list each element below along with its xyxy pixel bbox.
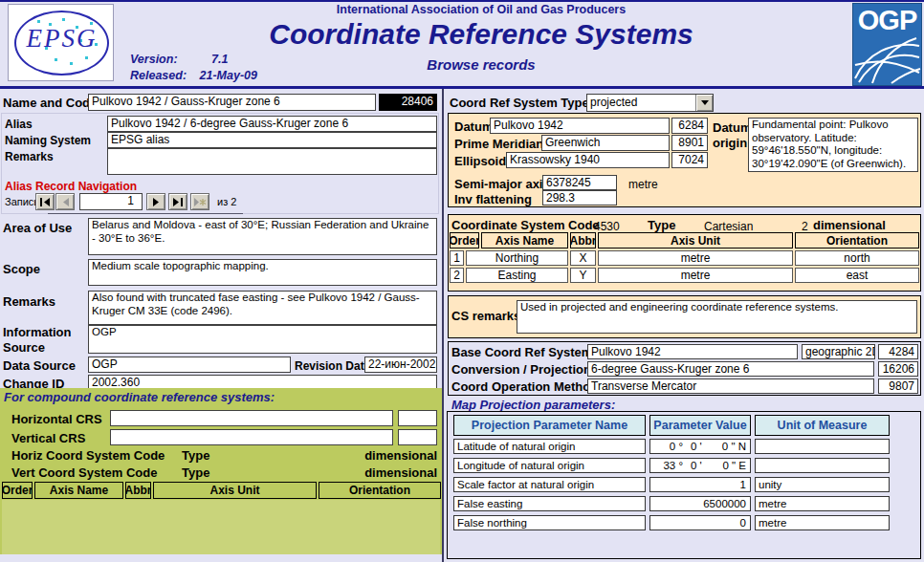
proj-row2-min: 0 ' xyxy=(691,460,702,471)
cs-type-label: Type xyxy=(648,219,675,232)
compound-axis-header-name: Axis Name xyxy=(34,482,123,499)
base-crs-code-field[interactable]: 4284 xyxy=(878,344,918,359)
cs-row2-orientation[interactable]: east xyxy=(795,268,919,283)
crs-code-field[interactable]: 28406 xyxy=(379,94,437,111)
cs-row2-abbr[interactable]: Y xyxy=(570,268,596,283)
previous-record-icon xyxy=(61,198,70,206)
cs-header-abbr: Abbr xyxy=(570,232,596,249)
vertical-crs-field[interactable] xyxy=(110,429,393,445)
name-code-label: Name and Code xyxy=(3,97,97,110)
proj-row2-unit[interactable] xyxy=(755,458,890,473)
alias-remarks-field[interactable] xyxy=(107,148,437,175)
horiz-coord-system-code-label: Horiz Coord System Code xyxy=(11,449,165,463)
method-field[interactable]: Transverse Mercator xyxy=(587,378,874,394)
naming-system-field[interactable]: EPSG alias xyxy=(107,132,437,148)
proj-row2-name[interactable]: Longitude of natural origin xyxy=(453,458,646,473)
prime-meridian-code-field[interactable]: 8901 xyxy=(671,135,708,151)
crs-type-value: projected xyxy=(587,95,695,111)
datum-code-field[interactable]: 6284 xyxy=(671,118,708,134)
area-of-use-field[interactable]: Belarus and Moldova - east of 30°E; Russ… xyxy=(88,218,437,255)
method-label: Coord Operation Method xyxy=(451,380,598,394)
record-number-field[interactable]: 1 xyxy=(79,193,143,210)
cs-row1-order[interactable]: 1 xyxy=(450,250,464,266)
cs-code-value[interactable]: 4530 xyxy=(594,220,620,233)
prime-meridian-field[interactable]: Greenwich xyxy=(541,135,670,151)
proj-row4-unit[interactable]: metre xyxy=(755,496,890,511)
vertical-crs-code-field[interactable] xyxy=(398,429,437,445)
dropdown-button[interactable] xyxy=(695,95,713,111)
inv-flattening-field[interactable]: 298.3 xyxy=(542,190,617,205)
crs-type-dropdown[interactable]: projected xyxy=(586,94,714,112)
new-record-button[interactable] xyxy=(190,193,209,210)
horizontal-crs-code-field[interactable] xyxy=(398,410,437,426)
page-title: Coordinate Reference Systems xyxy=(120,18,843,51)
epsg-browse-records-window: EPSG Version: 7.1 Released: 21-May-09 In… xyxy=(0,0,924,562)
proj-row5-unit[interactable]: metre xyxy=(755,515,890,530)
cs-row2-name[interactable]: Easting xyxy=(466,268,568,283)
conversion-code-field[interactable]: 16206 xyxy=(878,361,918,377)
cs-remarks-label: CS remarks xyxy=(451,310,520,323)
cs-row1-abbr[interactable]: X xyxy=(570,250,596,266)
base-crs-field[interactable]: Pulkovo 1942 xyxy=(587,344,798,359)
proj-row1-unit[interactable] xyxy=(755,439,890,454)
revision-date-field[interactable]: 22-июн-2002 xyxy=(364,357,437,373)
remarks-field[interactable]: Also found with truncated fase easting -… xyxy=(88,291,437,325)
compound-axis-header-order: Order xyxy=(2,482,33,499)
proj-row3-value[interactable]: 1 xyxy=(649,477,751,492)
proj-row3-name[interactable]: Scale factor at natural origin xyxy=(453,477,646,492)
base-crs-type-field[interactable]: geographic 2D xyxy=(802,344,875,359)
proj-row3-unit[interactable]: unity xyxy=(755,477,890,492)
cs-row2-unit[interactable]: metre xyxy=(598,268,793,283)
proj-row2-deg: 33 ° xyxy=(654,460,683,471)
compound-title: For compound coordinate reference system… xyxy=(4,390,275,404)
datum-field[interactable]: Pulkovo 1942 xyxy=(490,118,670,134)
datum-origin-label: Datum origin xyxy=(713,120,749,151)
ellipsoid-code-field[interactable]: 7024 xyxy=(671,152,708,168)
datum-origin-field[interactable]: Fundamental point: Pulkovo observatory. … xyxy=(748,118,918,172)
last-record-button[interactable] xyxy=(168,193,187,210)
cs-code-label: Coordinate System Code xyxy=(451,219,600,232)
horizontal-crs-field[interactable] xyxy=(110,410,393,426)
proj-row1-min: 0 ' xyxy=(691,441,702,452)
crs-name-field[interactable]: Pulkovo 1942 / Gauss-Kruger zone 6 xyxy=(88,94,376,111)
cs-row1-orientation[interactable]: north xyxy=(795,250,919,266)
cs-row1-unit[interactable]: metre xyxy=(598,250,793,266)
proj-row5-value[interactable]: 0 xyxy=(649,515,751,530)
panel-divider xyxy=(442,89,444,562)
vert-dimensional-label: dimensional xyxy=(354,466,437,480)
method-code-field[interactable]: 9807 xyxy=(878,378,918,394)
cs-remarks-field[interactable]: Used in projected and engineering coordi… xyxy=(517,300,917,334)
proj-row1-value[interactable]: 0 ° 0 ' 0 " N xyxy=(649,439,751,454)
proj-header-value: Parameter Value xyxy=(649,415,751,436)
ogp-logo-text: OGP xyxy=(853,4,921,36)
ellipsoid-field[interactable]: Krassowsky 1940 xyxy=(506,152,670,168)
naming-system-label: Naming System xyxy=(5,134,91,147)
compound-axis-table-empty xyxy=(2,500,440,554)
compound-axis-header-orientation: Orientation xyxy=(319,482,441,499)
semi-major-axis-label: Semi-major axis xyxy=(454,178,550,191)
scope-field[interactable]: Medium scale topographic mapping. xyxy=(88,259,437,286)
page-subtitle: Browse records xyxy=(120,56,843,73)
first-record-button[interactable] xyxy=(35,193,55,210)
info-source-field[interactable]: OGP xyxy=(88,325,437,354)
conversion-field[interactable]: 6-degree Gauss-Kruger zone 6 xyxy=(587,361,874,377)
cs-row2-order[interactable]: 2 xyxy=(450,268,464,283)
vert-type-label: Type xyxy=(182,466,209,480)
proj-row2-value[interactable]: 33 ° 0 ' 0 " E xyxy=(649,458,751,473)
proj-row1-name[interactable]: Latitude of natural origin xyxy=(453,439,646,454)
cs-type-value[interactable]: Cartesian xyxy=(704,220,753,233)
proj-row4-name[interactable]: False easting xyxy=(453,496,646,511)
cs-dim-value[interactable]: 2 xyxy=(802,220,808,233)
alias-nav-title: Alias Record Navigation xyxy=(5,180,137,193)
remarks-label: Remarks xyxy=(3,295,55,309)
proj-row5-name[interactable]: False northing xyxy=(453,515,646,530)
next-record-button[interactable] xyxy=(146,193,165,210)
cs-row1-name[interactable]: Northing xyxy=(466,250,568,266)
semi-major-axis-field[interactable]: 6378245 xyxy=(542,175,617,190)
data-source-field[interactable]: OGP xyxy=(88,357,291,373)
proj-row4-value[interactable]: 6500000 xyxy=(649,496,751,511)
first-record-icon xyxy=(39,198,51,206)
vert-coord-system-code-label: Vert Coord System Code xyxy=(11,466,157,480)
previous-record-button[interactable] xyxy=(55,193,75,210)
alias-field[interactable]: Pulkovo 1942 / 6-degree Gauss-Kruger zon… xyxy=(107,116,437,132)
